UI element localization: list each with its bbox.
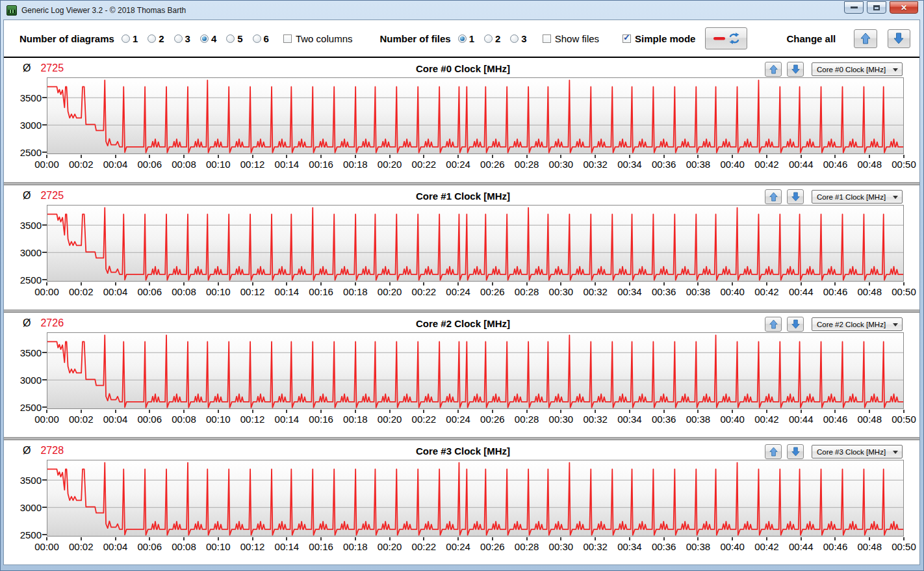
diagram-count-6-label: 6 xyxy=(264,33,269,44)
diagram-count-3-radio[interactable] xyxy=(174,34,183,43)
move-down-button[interactable] xyxy=(787,62,804,77)
simple-mode-checkbox[interactable]: Simple mode xyxy=(622,33,695,44)
x-axis-tick xyxy=(115,155,116,158)
close-button[interactable]: ✕ xyxy=(890,1,918,14)
change-all-down-button[interactable] xyxy=(888,29,910,48)
move-up-button[interactable] xyxy=(765,62,782,77)
plot-area: 350030002500 xyxy=(47,77,904,154)
x-axis-tick xyxy=(252,537,253,540)
diagram-count-1-radio[interactable] xyxy=(122,34,130,43)
x-axis-label: 00:46 xyxy=(823,286,848,297)
x-axis-label: 00:10 xyxy=(206,414,231,425)
show-files-checkbox-box[interactable] xyxy=(543,34,551,43)
x-axis-label: 00:42 xyxy=(754,159,779,170)
x-axis-tick xyxy=(732,282,733,286)
file-count-2-label: 2 xyxy=(495,33,500,44)
move-down-button[interactable] xyxy=(787,317,804,332)
x-axis-tick xyxy=(834,282,836,286)
x-axis-tick xyxy=(252,155,253,158)
file-count-3-radio[interactable] xyxy=(510,34,519,43)
file-count-3-label: 3 xyxy=(521,33,526,44)
diagram-count-5[interactable]: 5 xyxy=(226,33,242,44)
x-axis-tick xyxy=(286,282,287,286)
line-chart xyxy=(47,78,903,153)
x-axis-label: 00:10 xyxy=(206,541,231,552)
signal-select-dropdown[interactable]: Core #1 Clock [MHz] xyxy=(812,190,903,204)
x-axis-tick xyxy=(595,410,596,413)
signal-select-value: Core #1 Clock [MHz] xyxy=(817,193,886,201)
diagram-count-6-radio[interactable] xyxy=(253,34,261,43)
diagram-count-2-radio[interactable] xyxy=(148,34,156,43)
move-down-button[interactable] xyxy=(787,189,804,204)
x-axis-tick xyxy=(834,537,836,540)
move-up-button[interactable] xyxy=(765,444,782,459)
move-down-button[interactable] xyxy=(787,444,804,459)
x-axis-tick xyxy=(801,155,802,158)
file-count-2-radio[interactable] xyxy=(484,34,493,43)
x-axis-label: 00:24 xyxy=(446,414,470,425)
app-window: Generic Log Viewer 3.2 - © 2018 Thomas B… xyxy=(0,0,924,571)
x-axis-label: 00:24 xyxy=(446,286,470,297)
x-axis-tick xyxy=(183,537,185,540)
arrow-up-icon xyxy=(769,192,778,202)
diagram-count-4-label: 4 xyxy=(211,33,216,44)
x-axis-tick xyxy=(903,410,905,413)
x-axis-tick xyxy=(560,155,561,158)
diagram-count-5-radio[interactable] xyxy=(226,34,235,43)
y-axis-label: 3500 xyxy=(20,475,42,486)
diagram-count-2[interactable]: 2 xyxy=(148,33,164,44)
x-axis-label: 00:34 xyxy=(617,286,642,297)
x-axis-label: 00:16 xyxy=(309,159,333,170)
refresh-lines-button[interactable] xyxy=(705,27,747,49)
x-axis-label: 00:00 xyxy=(34,414,59,425)
y-axis-tick xyxy=(42,252,47,253)
diagram-count-1[interactable]: 1 xyxy=(122,33,138,44)
chart-area: 35003000250000:0000:0200:0400:0600:0800:… xyxy=(47,460,904,564)
x-axis-label: 00:08 xyxy=(172,414,196,425)
chevron-down-icon xyxy=(893,196,898,199)
signal-select-dropdown[interactable]: Core #0 Clock [MHz] xyxy=(812,62,903,76)
minimize-button[interactable] xyxy=(844,1,864,14)
chart-area: 35003000250000:0000:0200:0400:0600:0800:… xyxy=(47,332,904,437)
x-axis-label: 00:02 xyxy=(69,414,94,425)
x-axis-tick xyxy=(766,537,767,540)
diagram-count-3[interactable]: 3 xyxy=(174,33,190,44)
move-up-button[interactable] xyxy=(765,317,782,332)
file-count-1[interactable]: 1 xyxy=(458,33,474,44)
two-columns-checkbox[interactable]: Two columns xyxy=(283,33,353,44)
simple-mode-checkbox-box[interactable] xyxy=(622,34,631,43)
panel-header: Ø2728Core #3 Clock [MHz]Core #3 Clock [M… xyxy=(14,444,912,460)
maximize-button[interactable] xyxy=(867,1,886,14)
x-axis-tick xyxy=(355,282,356,286)
window-controls: ✕ xyxy=(844,1,918,14)
x-axis-label: 00:38 xyxy=(686,414,711,425)
chart-panel-2: Ø2726Core #2 Clock [MHz]Core #2 Clock [M… xyxy=(4,313,919,437)
x-axis-tick xyxy=(115,410,116,413)
signal-select-dropdown[interactable]: Core #3 Clock [MHz] xyxy=(812,445,903,458)
panel-controls: Core #3 Clock [MHz] xyxy=(765,444,903,459)
x-axis-label: 00:14 xyxy=(275,414,300,425)
diagram-count-4[interactable]: 4 xyxy=(200,33,216,44)
file-count-2[interactable]: 2 xyxy=(484,33,500,44)
x-axis-label: 00:12 xyxy=(240,159,265,170)
title-bar[interactable]: Generic Log Viewer 3.2 - © 2018 Thomas B… xyxy=(1,1,923,20)
x-axis-tick xyxy=(595,537,596,540)
two-columns-checkbox-box[interactable] xyxy=(283,34,292,43)
x-axis-label: 00:16 xyxy=(309,541,333,552)
move-up-button[interactable] xyxy=(765,189,782,204)
x-axis-label: 00:12 xyxy=(240,541,265,552)
x-axis-label: 00:18 xyxy=(343,414,368,425)
x-axis-tick xyxy=(389,282,391,286)
diagram-count-4-radio[interactable] xyxy=(200,34,209,43)
file-count-3[interactable]: 3 xyxy=(510,33,526,44)
signal-select-dropdown[interactable]: Core #2 Clock [MHz] xyxy=(812,317,903,331)
file-count-1-radio[interactable] xyxy=(458,34,467,43)
show-files-checkbox[interactable]: Show files xyxy=(543,33,599,44)
x-axis-tick xyxy=(560,537,561,540)
change-all-up-button[interactable] xyxy=(854,29,877,48)
diagram-count-6[interactable]: 6 xyxy=(253,33,269,44)
x-axis-tick xyxy=(629,537,630,540)
y-axis-label: 3000 xyxy=(20,120,42,131)
x-axis-tick xyxy=(903,537,905,540)
x-axis-label: 00:48 xyxy=(857,414,882,425)
